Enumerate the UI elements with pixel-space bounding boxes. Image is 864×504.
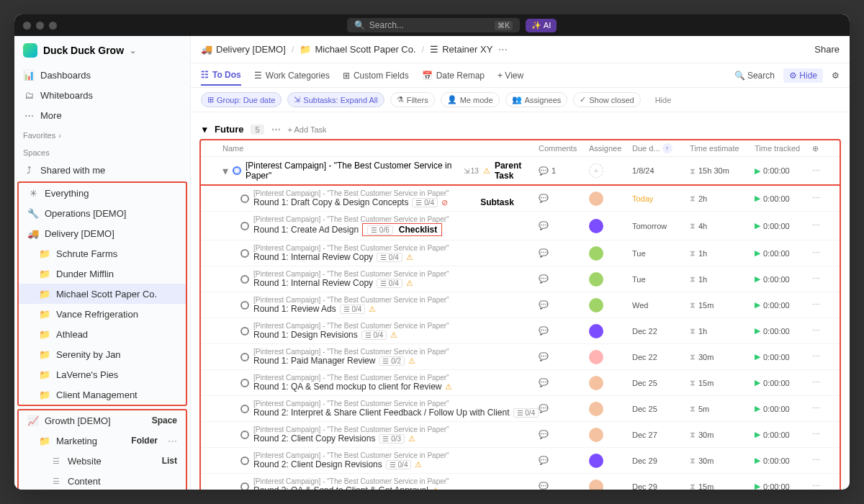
col-estimate[interactable]: Time estimate (690, 143, 755, 153)
comment-icon[interactable]: 💬 (539, 352, 549, 361)
assignee-avatar[interactable] (589, 428, 603, 442)
favorites-section[interactable]: Favorites › (14, 125, 190, 143)
task-row[interactable]: [Pinterest Campaign] - "The Best Custome… (201, 448, 840, 474)
settings-icon[interactable]: ⚙ (832, 71, 840, 81)
status-icon[interactable] (240, 249, 249, 258)
estimate-cell[interactable]: ⧗15m (690, 300, 755, 310)
comment-icon[interactable]: 💬 (539, 378, 549, 387)
status-icon[interactable] (240, 431, 249, 439)
tracked-cell[interactable]: ▶0:00:00 (755, 300, 812, 310)
comment-icon[interactable]: 💬 (539, 456, 549, 465)
task-row[interactable]: [Pinterest Campaign] - "The Best Custome… (201, 266, 840, 292)
more-icon[interactable]: ⋯ (498, 44, 508, 55)
task-row[interactable]: [Pinterest Campaign] - "The Best Custome… (201, 370, 840, 396)
tracked-cell[interactable]: ▶0:00:00 (755, 378, 812, 387)
task-row[interactable]: [Pinterest Campaign] - "The Best Custome… (201, 474, 840, 490)
sidebar-folder-laverne-s-pies[interactable]: 📁LaVerne's Pies (19, 364, 186, 384)
sidebar-folder-dunder-mifflin[interactable]: 📁Dunder Mifflin (19, 264, 186, 284)
status-icon[interactable] (240, 327, 249, 336)
sidebar-nav-more[interactable]: ⋯More (14, 105, 190, 125)
task-row[interactable]: [Pinterest Campaign] - "The Best Custome… (201, 240, 840, 266)
assignee-avatar[interactable] (589, 246, 603, 261)
task-row[interactable]: [Pinterest Campaign] - "The Best Custome… (201, 396, 840, 422)
col-name[interactable]: Name (222, 143, 539, 153)
tracked-cell[interactable]: ▶0:00:00 (755, 430, 812, 439)
tracked-cell[interactable]: ▶0:00:00 (755, 194, 812, 203)
col-due-date[interactable]: Due d...↑ (632, 143, 690, 153)
due-date-cell[interactable]: Dec 25 (632, 405, 690, 413)
row-more-button[interactable]: ⋯ (812, 430, 834, 439)
status-icon[interactable] (240, 222, 249, 230)
sidebar-folder-marketing[interactable]: 📁MarketingFolder⋯ (19, 431, 186, 451)
due-date-cell[interactable]: Dec 22 (632, 353, 690, 361)
tracked-cell[interactable]: ▶0:00:00 (755, 352, 812, 361)
me-mode-chip[interactable]: 👤 Me mode (441, 92, 500, 107)
assignee-avatar[interactable] (589, 298, 603, 312)
more-icon[interactable]: ⋯ (168, 436, 177, 446)
estimate-cell[interactable]: ⧗1h (690, 326, 755, 336)
estimate-cell[interactable]: ⧗30m (690, 430, 755, 439)
assignee-avatar[interactable] (589, 219, 603, 233)
show-closed-chip[interactable]: ✓ Show closed (573, 92, 640, 107)
row-more-button[interactable]: ⋯ (812, 194, 834, 203)
row-more-button[interactable]: ⋯ (812, 326, 834, 336)
workspace-switcher[interactable]: Duck Duck Grow ⌄ (14, 36, 190, 65)
search-button[interactable]: 🔍 Search (734, 71, 775, 81)
task-row[interactable]: [Pinterest Campaign] - "The Best Custome… (201, 344, 840, 370)
sidebar-folder-client-management[interactable]: 📁Client Management (19, 384, 186, 405)
filters-chip[interactable]: ⚗ Filters (390, 92, 435, 107)
due-date-cell[interactable]: Tomorrow (632, 222, 690, 230)
assignees-chip[interactable]: 👥 Assignees (505, 92, 568, 107)
sidebar-folder-michael-scott-paper-co-[interactable]: 📁Michael Scott Paper Co. (19, 284, 186, 304)
sidebar-list-website[interactable]: WebsiteList (19, 451, 186, 471)
tracked-cell[interactable]: ▶0:00:00 (755, 166, 812, 176)
due-date-cell[interactable]: Dec 25 (632, 379, 690, 387)
due-date-cell[interactable]: Today (632, 194, 690, 203)
view-tab-custom-fields[interactable]: ⊞ Custom Fields (343, 66, 409, 85)
task-row-parent[interactable]: ▾ [Pinterest Campaign] - "The Best Custo… (201, 157, 840, 186)
status-icon[interactable] (240, 379, 249, 387)
global-search-input[interactable]: 🔍 Search... ⌘K (347, 18, 520, 32)
collapse-icon[interactable]: ▾ (202, 124, 207, 135)
assignee-avatar[interactable] (589, 350, 603, 364)
add-column-button[interactable]: ⊕ (812, 143, 834, 153)
col-comments[interactable]: Comments (539, 143, 589, 153)
estimate-cell[interactable]: ⧗15h 30m (690, 166, 755, 176)
sidebar-folder-vance-refrigeration[interactable]: 📁Vance Refrigeration (19, 304, 186, 324)
more-icon[interactable]: ⋯ (271, 124, 281, 135)
comment-icon[interactable]: 💬 (539, 404, 549, 413)
assignee-avatar[interactable] (589, 402, 603, 416)
status-icon[interactable] (240, 194, 249, 203)
tracked-cell[interactable]: ▶0:00:00 (755, 326, 812, 336)
sidebar-folder-athlead[interactable]: 📁Athlead (19, 324, 186, 344)
task-row[interactable]: [Pinterest Campaign] - "The Best Custome… (201, 422, 840, 448)
group-chip[interactable]: ⊞ Group: Due date (201, 92, 282, 107)
estimate-cell[interactable]: ⧗15m (690, 378, 755, 387)
sidebar-folder-serenity-by-jan[interactable]: 📁Serenity by Jan (19, 344, 186, 364)
status-icon[interactable] (240, 275, 249, 284)
assignee-avatar[interactable] (589, 480, 603, 490)
row-more-button[interactable]: ⋯ (812, 300, 834, 310)
estimate-cell[interactable]: ⧗2h (690, 194, 755, 203)
assignee-avatar[interactable] (589, 376, 603, 390)
view-tab-work-categories[interactable]: ☰ Work Categories (254, 66, 330, 85)
assignee-avatar[interactable] (589, 454, 603, 468)
window-controls[interactable] (23, 22, 57, 30)
status-icon[interactable] (233, 166, 241, 175)
ai-button[interactable]: ✨ AI (526, 19, 557, 32)
sidebar-shared-with-me[interactable]: ⤴Shared with me (14, 160, 190, 180)
due-date-cell[interactable]: Dec 22 (632, 327, 690, 336)
view-tab-date-remap[interactable]: 📅 Date Remap (422, 66, 485, 85)
tracked-cell[interactable]: ▶0:00:00 (755, 274, 812, 284)
tracked-cell[interactable]: ▶0:00:00 (755, 248, 812, 258)
comment-icon[interactable]: 💬 (539, 274, 549, 284)
breadcrumb-space[interactable]: 🚚 Delivery [DEMO] (201, 44, 286, 55)
comment-icon[interactable]: 💬 (539, 248, 549, 258)
task-row[interactable]: [Pinterest Campaign] - "The Best Custome… (201, 186, 840, 212)
hide-filters-button[interactable]: Hide (655, 96, 672, 104)
sidebar-nav-dashboards[interactable]: 📊Dashboards (14, 65, 190, 85)
status-icon[interactable] (240, 482, 249, 490)
comment-icon[interactable]: 💬 (539, 194, 549, 203)
estimate-cell[interactable]: ⧗4h (690, 221, 755, 230)
sidebar-space-delivery[interactable]: 🚚Delivery [DEMO] (19, 223, 186, 243)
